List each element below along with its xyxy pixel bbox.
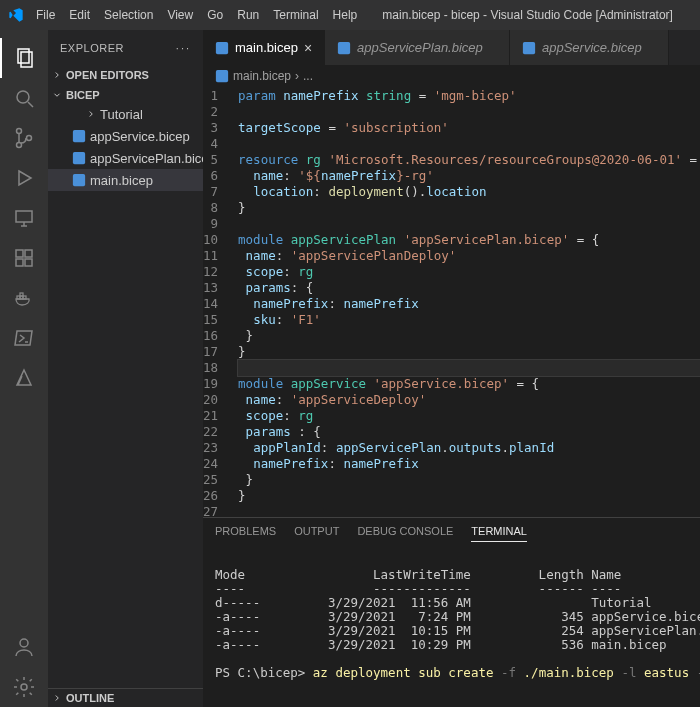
svg-marker-7 [19, 171, 31, 185]
sidebar-header: EXPLORER ··· [48, 30, 203, 65]
svg-point-19 [20, 639, 28, 647]
tab-appServicePlan-bicep[interactable]: appServicePlan.bicep× [325, 30, 510, 65]
svg-rect-13 [25, 259, 32, 266]
activity-bar [0, 30, 48, 707]
account-icon[interactable] [0, 627, 48, 667]
extensions-icon[interactable] [0, 238, 48, 278]
bicep-file-icon [337, 41, 351, 55]
sidebar: EXPLORER ··· OPEN EDITORS BICEP Tutorial… [48, 30, 203, 707]
svg-rect-14 [25, 250, 32, 257]
more-icon[interactable]: ··· [176, 42, 191, 54]
tree-item-main-bicep[interactable]: main.bicep [48, 169, 203, 191]
remote-icon[interactable] [0, 198, 48, 238]
tree-item-appServicePlan-bicep[interactable]: appServicePlan.bicep [48, 147, 203, 169]
bicep-file-icon [522, 41, 536, 55]
terminal[interactable]: Mode LastWriteTime Length Name ---- ----… [203, 548, 700, 707]
bicep-file-icon [215, 69, 229, 83]
svg-rect-22 [73, 152, 85, 164]
svg-point-4 [17, 129, 22, 134]
menu-go[interactable]: Go [201, 4, 229, 26]
svg-rect-23 [73, 174, 85, 186]
svg-rect-21 [73, 130, 85, 142]
run-debug-icon[interactable] [0, 158, 48, 198]
svg-rect-26 [523, 41, 535, 53]
svg-rect-25 [338, 41, 350, 53]
svg-rect-24 [216, 41, 228, 53]
menu-run[interactable]: Run [231, 4, 265, 26]
folder-section[interactable]: BICEP [48, 87, 203, 103]
breadcrumb[interactable]: main.bicep › ... [203, 65, 700, 87]
tab-appService-bicep[interactable]: appService.bicep× [510, 30, 669, 65]
menu-bar: FileEditSelectionViewGoRunTerminalHelp [30, 4, 363, 26]
menu-terminal[interactable]: Terminal [267, 4, 324, 26]
svg-rect-8 [16, 211, 32, 222]
azure-icon[interactable] [0, 358, 48, 398]
panel-tabs: PROBLEMSOUTPUTDEBUG CONSOLETERMINAL [203, 518, 700, 548]
sidebar-title: EXPLORER [60, 42, 124, 54]
vscode-logo-icon [8, 7, 24, 23]
panel-tab-problems[interactable]: PROBLEMS [215, 525, 276, 541]
open-editors-section[interactable]: OPEN EDITORS [48, 67, 203, 83]
titlebar: FileEditSelectionViewGoRunTerminalHelp m… [0, 0, 700, 30]
svg-point-20 [21, 684, 27, 690]
menu-selection[interactable]: Selection [98, 4, 159, 26]
menu-edit[interactable]: Edit [63, 4, 96, 26]
search-icon[interactable] [0, 78, 48, 118]
panel-tab-debug-console[interactable]: DEBUG CONSOLE [357, 525, 453, 541]
svg-rect-11 [16, 250, 23, 257]
tab-main-bicep[interactable]: main.bicep× [203, 30, 325, 65]
window-title: main.bicep - bicep - Visual Studio Code … [363, 8, 692, 22]
powershell-icon[interactable] [0, 318, 48, 358]
outline-section[interactable]: OUTLINE [48, 688, 203, 707]
explorer-icon[interactable] [0, 38, 48, 78]
panel-tab-output[interactable]: OUTPUT [294, 525, 339, 541]
svg-point-6 [27, 136, 32, 141]
tree-item-Tutorial[interactable]: Tutorial [48, 103, 203, 125]
svg-point-2 [17, 91, 29, 103]
svg-line-3 [28, 102, 33, 107]
bicep-file-icon [215, 41, 229, 55]
code-content[interactable]: param namePrefix string = 'mgm-bicep' ta… [230, 87, 700, 517]
bicep-file-icon [72, 129, 86, 143]
bicep-file-icon [72, 151, 86, 165]
svg-rect-18 [20, 293, 23, 296]
tree-item-appService-bicep[interactable]: appService.bicep [48, 125, 203, 147]
menu-file[interactable]: File [30, 4, 61, 26]
settings-icon[interactable] [0, 667, 48, 707]
menu-help[interactable]: Help [327, 4, 364, 26]
bottom-panel: PROBLEMSOUTPUTDEBUG CONSOLETERMINAL Mode… [203, 517, 700, 707]
close-icon[interactable]: × [304, 40, 312, 56]
panel-tab-terminal[interactable]: TERMINAL [471, 525, 527, 542]
editor-area: main.bicep×appServicePlan.bicep×appServi… [203, 30, 700, 707]
line-numbers: 1234567891011121314151617181920212223242… [203, 87, 230, 517]
code-editor[interactable]: 1234567891011121314151617181920212223242… [203, 87, 700, 517]
bicep-file-icon [72, 173, 86, 187]
svg-point-5 [17, 143, 22, 148]
svg-rect-0 [18, 49, 29, 63]
menu-view[interactable]: View [161, 4, 199, 26]
svg-rect-12 [16, 259, 23, 266]
tab-bar: main.bicep×appServicePlan.bicep×appServi… [203, 30, 700, 65]
svg-rect-1 [21, 52, 32, 67]
svg-rect-27 [216, 70, 228, 82]
source-control-icon[interactable] [0, 118, 48, 158]
docker-icon[interactable] [0, 278, 48, 318]
